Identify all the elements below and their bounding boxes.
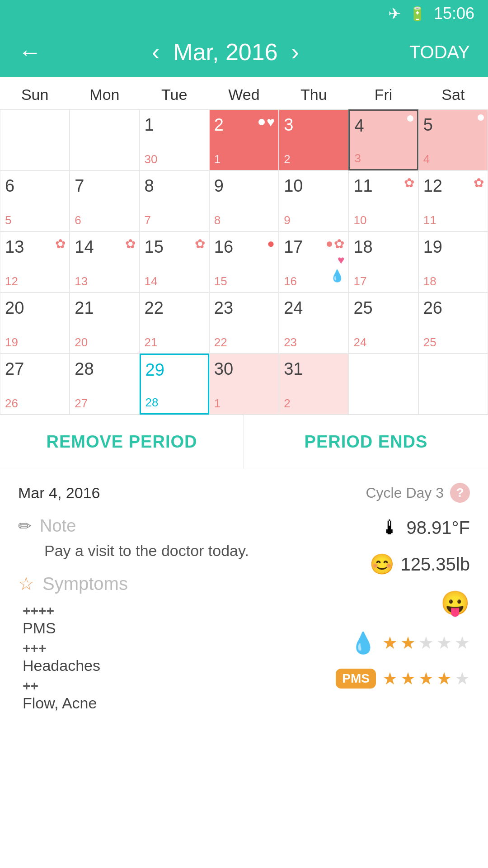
table-row[interactable]: ● 16 15	[209, 231, 279, 292]
weekdays-row: Sun Mon Tue Wed Thu Fri Sat	[0, 77, 488, 109]
detail-section: Mar 4, 2016 Cycle Day 3 ? ✏ Note Pay a v…	[0, 469, 488, 729]
next-month-button[interactable]: ›	[291, 38, 299, 66]
dot-icon	[478, 114, 484, 121]
table-row[interactable]: 24 23	[279, 292, 348, 354]
weight-value: 125.35lb	[401, 554, 470, 575]
back-button[interactable]: ←	[18, 38, 42, 66]
table-row[interactable]: 10 9	[279, 170, 348, 231]
table-row[interactable]: 30 1	[209, 354, 279, 415]
calendar-grid: 1 30 ♥ 2 1 3 2 4 3 5 4	[0, 109, 488, 415]
weekday-wed: Wed	[209, 77, 279, 109]
note-header: ✏ Note	[18, 516, 307, 536]
table-row[interactable]: ✿ ♥ 💧 17 16	[279, 231, 348, 292]
symptoms-header: ☆ Symptoms	[18, 573, 307, 594]
cycle-help-button[interactable]: ?	[450, 483, 470, 503]
table-row[interactable]: 6 5	[0, 170, 70, 231]
weekday-sat: Sat	[418, 77, 488, 109]
dot-icon	[327, 241, 332, 247]
drop-icon: ●	[267, 236, 275, 251]
status-icons: ✈ 🔋 15:06	[388, 4, 474, 23]
action-buttons: REMOVE PERIOD PERIOD ENDS	[0, 415, 488, 469]
table-row[interactable]: 1 30	[140, 109, 209, 170]
calendar-header: ← ‹ Mar, 2016 › TODAY	[0, 27, 488, 77]
today-button[interactable]: TODAY	[409, 42, 470, 62]
table-row[interactable]: ♥ 2 1	[209, 109, 279, 170]
weight-icon: 😊	[370, 552, 394, 576]
battery-icon: 🔋	[409, 6, 426, 22]
table-row[interactable]: 20 19	[0, 292, 70, 354]
table-row[interactable]: 21 20	[70, 292, 139, 354]
table-row[interactable]	[70, 109, 139, 170]
detail-header: Mar 4, 2016 Cycle Day 3 ?	[18, 483, 470, 503]
drop-icon: 💧	[350, 631, 376, 655]
heart-icon: ♥	[267, 114, 275, 130]
table-row[interactable]: 29 28	[140, 354, 209, 415]
flower-icon: ✿	[195, 236, 205, 251]
note-text: Pay a visit to the doctor today.	[18, 542, 307, 560]
table-row[interactable]: 31 2	[279, 354, 348, 415]
status-bar: ✈ 🔋 15:06	[0, 0, 488, 27]
period-ends-button[interactable]: PERIOD ENDS	[244, 415, 488, 469]
weekday-sun: Sun	[0, 77, 70, 109]
table-row[interactable]: 5 4	[418, 109, 488, 170]
table-row[interactable]: 8 7	[140, 170, 209, 231]
pms-item: PMS ★ ★ ★ ★ ★	[336, 669, 470, 689]
remove-period-button[interactable]: REMOVE PERIOD	[0, 415, 244, 469]
airplane-icon: ✈	[388, 5, 401, 23]
symptoms-list: ++++ PMS +++ Headaches ++ Flow, Acne	[18, 603, 307, 712]
table-row[interactable]: ✿ 15 14	[140, 231, 209, 292]
mood-icon: 😛	[441, 590, 470, 617]
detail-date: Mar 4, 2016	[18, 484, 100, 502]
weekday-tue: Tue	[140, 77, 209, 109]
drop-icon: 💧	[330, 269, 344, 283]
prev-month-button[interactable]: ‹	[152, 38, 160, 66]
temperature-item: 🌡 98.91°F	[380, 516, 470, 539]
detail-right: 🌡 98.91°F 😊 125.35lb 😛 💧 ★ ★ ★ ★ ★	[325, 516, 470, 716]
table-row[interactable]: 18 17	[348, 231, 418, 292]
table-row[interactable]: 26 25	[418, 292, 488, 354]
dot-icon	[258, 119, 265, 125]
pencil-icon: ✏	[18, 517, 32, 536]
table-row[interactable]: 27 26	[0, 354, 70, 415]
table-row	[348, 354, 418, 415]
table-row[interactable]: 28 27	[70, 354, 139, 415]
heart-icon: ♥	[338, 253, 344, 267]
weekday-fri: Fri	[348, 77, 418, 109]
flow-stars: ★ ★ ★ ★ ★	[382, 633, 470, 653]
flower-icon: ✿	[404, 175, 414, 190]
flower-icon: ✿	[125, 236, 136, 251]
table-row[interactable]: 23 22	[209, 292, 279, 354]
flower-icon: ✿	[334, 236, 344, 251]
list-item: ++ Flow, Acne	[23, 678, 307, 712]
detail-left: ✏ Note Pay a visit to the doctor today. …	[18, 516, 307, 716]
weekday-mon: Mon	[70, 77, 139, 109]
table-row[interactable]: 9 8	[209, 170, 279, 231]
calendar: Sun Mon Tue Wed Thu Fri Sat 1 30 ♥ 2 1 3…	[0, 77, 488, 415]
pms-badge: PMS	[336, 669, 376, 689]
flower-icon: ✿	[474, 175, 484, 190]
table-row[interactable]: 19 18	[418, 231, 488, 292]
table-row[interactable]: ✿ 12 11	[418, 170, 488, 231]
table-row[interactable]: 3 2	[279, 109, 348, 170]
symptoms-label: Symptoms	[42, 574, 128, 594]
table-row[interactable]: 7 6	[70, 170, 139, 231]
symptoms-section: ☆ Symptoms ++++ PMS +++ Headaches ++ Flo…	[18, 573, 307, 712]
table-row[interactable]: ✿ 11 10	[348, 170, 418, 231]
detail-body: ✏ Note Pay a visit to the doctor today. …	[18, 516, 470, 716]
temperature-value: 98.91°F	[406, 518, 470, 538]
cycle-day-label: Cycle Day 3	[366, 485, 444, 501]
table-row[interactable]	[0, 109, 70, 170]
month-title: Mar, 2016	[173, 38, 277, 66]
table-row	[418, 354, 488, 415]
table-row[interactable]: ✿ 14 13	[70, 231, 139, 292]
flow-item: 💧 ★ ★ ★ ★ ★	[350, 631, 470, 655]
table-row[interactable]: 22 21	[140, 292, 209, 354]
thermometer-icon: 🌡	[380, 516, 400, 539]
month-navigation: ‹ Mar, 2016 ›	[152, 38, 299, 66]
table-row[interactable]: ✿ 13 12	[0, 231, 70, 292]
flower-icon: ✿	[55, 236, 66, 251]
table-row[interactable]: 25 24	[348, 292, 418, 354]
table-row[interactable]: 4 3	[348, 109, 418, 170]
weight-item: 😊 125.35lb	[370, 552, 470, 576]
note-label: Note	[40, 516, 76, 536]
